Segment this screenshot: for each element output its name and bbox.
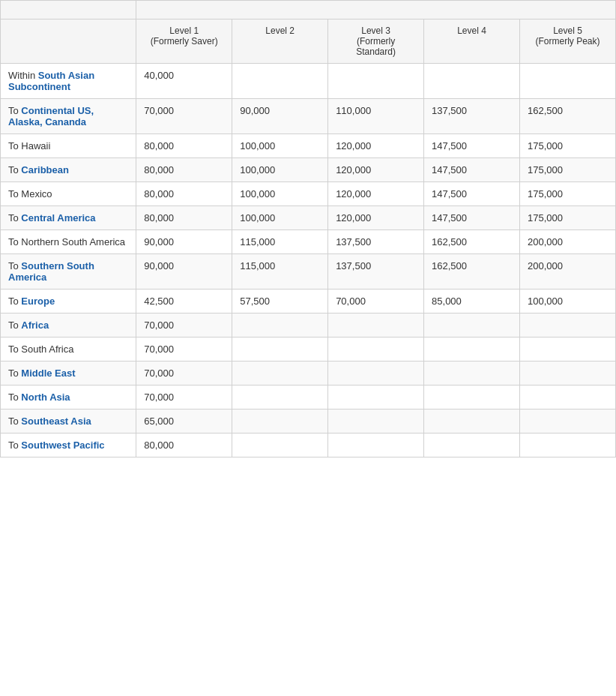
table-row: To Central America80,000100,000120,00014… xyxy=(1,206,616,230)
value-cell-level3 xyxy=(328,434,424,458)
value-cell-level1: 70,000 xyxy=(136,362,232,386)
table-row: To Middle East70,000 xyxy=(1,362,616,386)
value-cell-level1: 70,000 xyxy=(136,386,232,410)
value-cell-level4: 147,500 xyxy=(424,134,520,158)
table-row: To Europe42,50057,50070,00085,000100,000 xyxy=(1,290,616,314)
value-cell-level1: 42,500 xyxy=(136,290,232,314)
value-cell-level5: 100,000 xyxy=(520,290,616,314)
value-cell-level4: 147,500 xyxy=(424,182,520,206)
destination-link[interactable]: Europe xyxy=(21,296,55,307)
value-cell-level2: 90,000 xyxy=(232,99,328,134)
destination-link[interactable]: Middle East xyxy=(21,368,75,379)
destination-text: To South Africa xyxy=(8,344,73,355)
value-cell-level1: 90,000 xyxy=(136,230,232,254)
destination-prefix: To xyxy=(8,320,21,331)
header-level2: Level 2 xyxy=(232,20,328,64)
destination-cell: To Hawaii xyxy=(1,134,136,158)
destination-cell: To Continental US, Alaska, Cananda xyxy=(1,99,136,134)
value-cell-level2 xyxy=(232,386,328,410)
level-sub: (Formerly Peak) xyxy=(535,36,600,46)
destination-prefix: To xyxy=(8,164,21,176)
table-row: To Southern South America90,000115,00013… xyxy=(1,254,616,290)
destination-cell: To Central America xyxy=(1,206,136,230)
level-label: Level 4 xyxy=(457,26,486,36)
value-cell-level5: 175,000 xyxy=(520,158,616,182)
destination-prefix: To xyxy=(8,392,21,403)
value-cell-level2 xyxy=(232,314,328,338)
value-cell-level1: 70,000 xyxy=(136,99,232,134)
value-cell-level3 xyxy=(328,386,424,410)
table-row: To North Asia70,000 xyxy=(1,386,616,410)
awards-table: Level 1(Formerly Saver) Level 2 Level 3(… xyxy=(0,0,616,458)
value-cell-level5: 200,000 xyxy=(520,230,616,254)
value-cell-level3: 137,500 xyxy=(328,254,424,290)
header-level4: Level 4 xyxy=(424,20,520,64)
destination-cell: To Mexico xyxy=(1,182,136,206)
destination-cell: To Southeast Asia xyxy=(1,410,136,434)
level-label: Level 5 xyxy=(553,26,582,36)
value-cell-level4: 85,000 xyxy=(424,290,520,314)
table-row: To Continental US, Alaska, Cananda70,000… xyxy=(1,99,616,134)
value-cell-level3: 110,000 xyxy=(328,99,424,134)
table-row: To Southwest Pacific80,000 xyxy=(1,434,616,458)
level-label: Level 2 xyxy=(265,26,295,36)
awards-table-container: Level 1(Formerly Saver) Level 2 Level 3(… xyxy=(0,0,616,458)
destination-link[interactable]: Africa xyxy=(21,320,49,331)
value-cell-level2 xyxy=(232,338,328,362)
value-cell-level4 xyxy=(424,314,520,338)
table-row: To Caribbean80,000100,000120,000147,5001… xyxy=(1,158,616,182)
value-cell-level4: 162,500 xyxy=(424,254,520,290)
value-cell-level3 xyxy=(328,338,424,362)
value-cell-level5 xyxy=(520,386,616,410)
value-cell-level1: 70,000 xyxy=(136,314,232,338)
value-cell-level4: 162,500 xyxy=(424,230,520,254)
destination-prefix: To xyxy=(8,440,21,451)
value-cell-level4 xyxy=(424,434,520,458)
destination-prefix: Within xyxy=(8,70,38,81)
value-cell-level1: 80,000 xyxy=(136,134,232,158)
value-cell-level1: 40,000 xyxy=(136,64,232,99)
value-cell-level5 xyxy=(520,64,616,99)
value-cell-level4 xyxy=(424,338,520,362)
value-cell-level3 xyxy=(328,64,424,99)
destination-prefix: To xyxy=(8,416,21,427)
value-cell-level1: 70,000 xyxy=(136,338,232,362)
value-cell-level1: 80,000 xyxy=(136,158,232,182)
destination-link[interactable]: North Asia xyxy=(21,392,70,403)
destination-link[interactable]: Southwest Pacific xyxy=(21,440,104,451)
destination-cell: To Southwest Pacific xyxy=(1,434,136,458)
value-cell-level5: 162,500 xyxy=(520,99,616,134)
destination-text: To Mexico xyxy=(8,188,52,200)
level-sub: (Formerly Standard) xyxy=(356,36,396,57)
destination-cell: Within South Asian Subcontinent xyxy=(1,64,136,99)
destination-link[interactable]: Continental US, Alaska, Cananda xyxy=(8,105,94,128)
destination-cell: To Middle East xyxy=(1,362,136,386)
value-cell-level3 xyxy=(328,314,424,338)
value-cell-level4 xyxy=(424,362,520,386)
value-cell-level3 xyxy=(328,410,424,434)
value-cell-level5 xyxy=(520,338,616,362)
value-cell-level2: 100,000 xyxy=(232,134,328,158)
destination-prefix: To xyxy=(8,260,21,272)
destination-prefix: To xyxy=(8,296,21,307)
value-cell-level4: 147,500 xyxy=(424,158,520,182)
value-cell-level5 xyxy=(520,410,616,434)
value-cell-level4 xyxy=(424,410,520,434)
value-cell-level3: 120,000 xyxy=(328,206,424,230)
value-cell-level3: 70,000 xyxy=(328,290,424,314)
destination-cell: To Africa xyxy=(1,314,136,338)
table-row: To Southeast Asia65,000 xyxy=(1,410,616,434)
destination-cell: To Northern South America xyxy=(1,230,136,254)
destination-link[interactable]: Southeast Asia xyxy=(21,416,91,427)
destination-link[interactable]: Caribbean xyxy=(21,164,69,176)
value-cell-level2 xyxy=(232,362,328,386)
level-label: Level 1 xyxy=(169,26,199,36)
level-sub: (Formerly Saver) xyxy=(151,36,218,46)
header-level1: Level 1(Formerly Saver) xyxy=(136,20,232,64)
destination-link[interactable]: Central America xyxy=(21,212,95,224)
destination-text: To Hawaii xyxy=(8,140,50,152)
destination-cell: To North Asia xyxy=(1,386,136,410)
value-cell-level5 xyxy=(520,362,616,386)
destination-link[interactable]: Southern South America xyxy=(8,260,94,283)
value-cell-level2 xyxy=(232,410,328,434)
